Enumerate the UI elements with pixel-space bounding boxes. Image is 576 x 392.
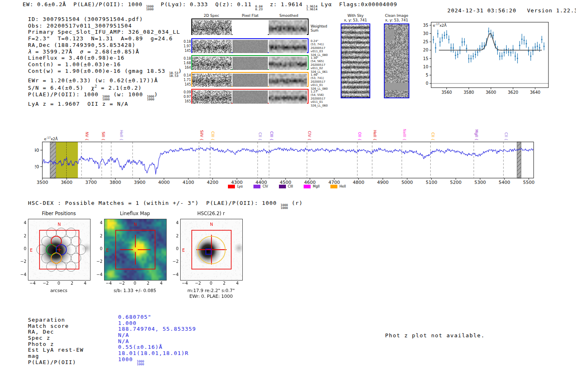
stacked-fraction: 18.5318.53 xyxy=(169,72,179,77)
spectrum-legend-item: CIII xyxy=(279,185,293,188)
map-y-tick: 0 xyxy=(95,246,102,251)
pixel-flat-image xyxy=(232,57,268,70)
map-y-tick: 0 xyxy=(171,246,179,251)
cutout-row-annotation: 1.46" (53, 741) 20200517 v011_01 326_LL_… xyxy=(311,73,339,90)
map-y-tick: −2 xyxy=(95,259,102,264)
map-x-tick: −2 xyxy=(193,281,203,285)
cutout-row-annotation: 0.24" (53, 741) 20200517 v011_03 326_LL_… xyxy=(311,39,339,57)
info-line: Primary Spec_Slot_IFU_AMP: 326_082_034_L… xyxy=(28,29,182,35)
full-spectrum-svg: NV {SiII {HeII {SiIV {CIII {CII {CIII {C… xyxy=(35,123,539,188)
pixel-flat-image xyxy=(232,40,268,53)
svg-text:OII {: OII { xyxy=(358,132,362,141)
spectrum-legend-item: Lyα xyxy=(228,185,243,188)
smoothed-image xyxy=(269,20,307,35)
cutout-row-weights: 0.18 1.97 145 xyxy=(180,39,191,53)
legend-label: CIII xyxy=(288,185,293,188)
info-line: P(LAE)/P(OII): 1000 10001000 (w: 1000 10… xyxy=(28,91,182,101)
map-y-tick: 2 xyxy=(95,234,102,238)
map-overlay: NE xyxy=(105,219,166,280)
match-row-label: mag xyxy=(28,353,118,359)
clean-image-coords: x, y: 53, 741 xyxy=(383,18,411,23)
catalog-match-table: Separation0.680705"Match score1.000RA, D… xyxy=(28,317,196,365)
match-row-label: Separation xyxy=(28,317,118,323)
with-sky-coords: x, y: 53, 741 xyxy=(340,18,371,23)
smoothed-image xyxy=(269,74,307,87)
legend-swatch xyxy=(304,185,311,188)
legend-label: HeII xyxy=(339,185,346,188)
version-label: Version 1.22.3 xyxy=(527,7,576,14)
match-row-value: 1.000 xyxy=(118,320,137,326)
hsc-map-footer: EWr: 0. PLAE: 1000 xyxy=(175,294,247,299)
svg-text:HeII {: HeII { xyxy=(373,130,377,141)
legend-label: Lyα xyxy=(237,185,243,188)
clean-image-title: Clean Image x, y: 53, 741 xyxy=(383,14,411,23)
map-x-tick: 4 xyxy=(232,281,242,285)
map-y-tick: 0 xyxy=(19,246,26,251)
map-y-tick: −4 xyxy=(19,272,26,277)
with-sky-title: With Sky x, y: 53, 741 xyxy=(340,14,371,23)
cutout-row-weights: 0.14 1.71 145 xyxy=(180,73,191,87)
photz-note: Phot z plot not available. xyxy=(385,332,485,339)
svg-text:40: 40 xyxy=(35,148,39,153)
svg-text:15: 15 xyxy=(423,56,428,61)
fiber-map-plot: NE xyxy=(28,219,91,281)
stacked-fraction: 10001000 xyxy=(137,360,144,366)
line-fit-plot: 3560358036003620364005101520253035e-17x2… xyxy=(423,16,567,97)
col-title-smoothed: Smoothed xyxy=(279,14,298,18)
legend-label: CIV xyxy=(262,185,268,188)
map-y-tick: −4 xyxy=(171,272,179,277)
lineflux-map-xlabel: s/b: 1.33 +/- 0.085 xyxy=(99,288,171,293)
map-y-tick: 2 xyxy=(171,234,179,238)
svg-text:CIV {: CIV { xyxy=(307,131,311,141)
match-row-value: 18.01(18.01,18.01)R xyxy=(118,350,189,356)
svg-text:CII {: CII { xyxy=(258,132,262,141)
match-table-row: P(LAE)/P(OII)1000 10001000 xyxy=(28,359,196,365)
with-sky-title-text: With Sky xyxy=(340,14,371,18)
map-x-tick: 2 xyxy=(219,281,229,285)
svg-text:25: 25 xyxy=(423,39,428,44)
legend-label: MgII xyxy=(313,185,320,188)
smoothed-image xyxy=(269,40,307,53)
svg-text:CII {: CII { xyxy=(504,132,508,141)
svg-text:3640: 3640 xyxy=(530,90,540,95)
info-line: S/N = 6.4(±0.5) χ2 = 2.1(±0.2) xyxy=(28,84,182,91)
svg-text:NeIII {: NeIII { xyxy=(402,129,406,141)
clean-image-panel: Clean Image x, y: 53, 741 xyxy=(383,14,411,102)
svg-text:N: N xyxy=(58,222,60,227)
full-spectrum-plot: NV {SiII {HeII {SiIV {CIII {CII {CIII {C… xyxy=(35,123,539,189)
map-x-tick: 4 xyxy=(80,281,90,285)
match-row-label: RA, Dec xyxy=(28,329,118,335)
svg-text:10: 10 xyxy=(423,65,428,69)
match-row-label: Photo z xyxy=(28,341,118,347)
svg-text:e-17x2Å: e-17x2Å xyxy=(433,23,447,28)
map-y-tick: −2 xyxy=(19,259,26,264)
2d-spectra-cutouts: 2D Spec Pixel Flat Smoothed Weighted Sum… xyxy=(191,14,344,108)
hsc-match-header: HSC-DEX : Possible Matches = 1 (within +… xyxy=(28,200,303,209)
map-y-tick: 4 xyxy=(171,220,179,225)
elixer-detection-report: EW: 0.6±0.2Å P(LAE)/P(OII): 1000 1000100… xyxy=(0,0,576,392)
info-line: Cont(w) = 1.90(±0.00)e-16 (gmag 18.53 18… xyxy=(28,68,182,77)
stacked-fraction: 10001000 xyxy=(147,95,154,101)
svg-text:e-17x2Å: e-17x2Å xyxy=(44,136,58,141)
match-row-value: 188.749704, 55.853359 xyxy=(118,326,196,332)
spectrum-legend: LyαCIVCIIIMgIIHeII xyxy=(35,185,539,188)
svg-text:5: 5 xyxy=(426,73,428,77)
info-line: ID: 3007951504 (3007951504.pdf) xyxy=(28,16,182,23)
cutout-row: Weighted Sum xyxy=(191,19,309,35)
col-title-2d-spec: 2D Spec xyxy=(204,14,219,18)
svg-text:3620: 3620 xyxy=(508,90,518,95)
map-y-tick: 2 xyxy=(19,234,26,238)
match-row-label: Spec z xyxy=(28,335,118,341)
detection-info-block: ID: 3007951504 (3007951504.pdf)Obs: 2020… xyxy=(28,16,182,107)
spectrum-legend-item: MgII xyxy=(304,185,320,188)
2d-spec-image xyxy=(192,20,232,35)
report-timestamp: 2024-12-31 03:56:20 xyxy=(447,7,516,14)
info-line: EWr = 1.20(±0.33) (w: 0.62(±0.17))Å xyxy=(28,77,182,84)
stacked-fraction: 10001000 xyxy=(281,204,288,209)
cutout-row: 0.18 1.97 1450.24" (53, 741) 20200517 v0… xyxy=(191,38,309,53)
map-x-tick: −4 xyxy=(180,281,190,285)
svg-text:3580: 3580 xyxy=(464,90,474,95)
smoothed-image xyxy=(269,90,307,104)
hsc-map-plot: NE xyxy=(180,219,243,281)
svg-text:3560: 3560 xyxy=(441,90,452,95)
